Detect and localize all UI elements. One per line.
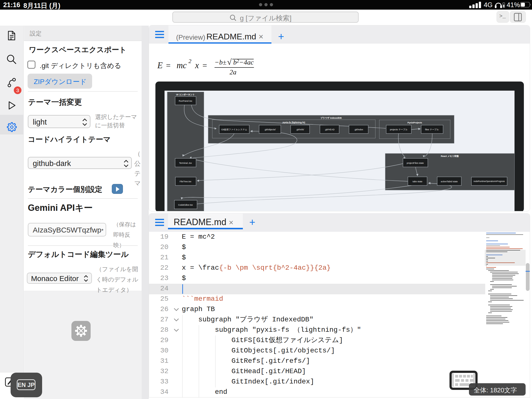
svg-text:Terminal..tsx: Terminal..tsx bbox=[179, 162, 192, 164]
svg-text:Git仮想ファイルシステム: Git仮想ファイルシステム bbox=[221, 128, 247, 131]
svg-text:.git/HEAD: .git/HEAD bbox=[325, 128, 335, 131]
svg-text:RunPanel.tsx: RunPanel.tsx bbox=[179, 100, 192, 102]
svg-text:UI コンポーネント: UI コンポーネント bbox=[176, 93, 195, 96]
svg-text:tabs state: tabs state bbox=[413, 180, 422, 183]
svg-text:PyxisProjects: PyxisProjects bbox=[407, 121, 422, 124]
svg-text:projectFiles state: projectFiles state bbox=[407, 162, 424, 164]
svg-text:.git/refs/: .git/refs/ bbox=[296, 128, 304, 131]
svg-text:nodeRuntimeOperationInProgress: nodeRuntimeOperationInProgress bbox=[473, 180, 505, 183]
svg-text:CodeEditor.tsx: CodeEditor.tsx bbox=[178, 204, 193, 206]
svg-text:files テーブル: files テーブル bbox=[425, 128, 439, 131]
svg-text:activeTabId state: activeTabId state bbox=[441, 180, 458, 183]
svg-text:React メモリ状態: React メモリ状態 bbox=[441, 155, 459, 157]
svg-text:ブラウザ IndexedDB: ブラウザ IndexedDB bbox=[320, 117, 342, 119]
svg-text:.git/index: .git/index bbox=[354, 128, 363, 131]
svg-text:FileTree.tsx: FileTree.tsx bbox=[180, 180, 191, 183]
svg-text:projects テーブル: projects テーブル bbox=[390, 128, 408, 131]
svg-text:.git/objects/: .git/objects/ bbox=[264, 128, 276, 131]
